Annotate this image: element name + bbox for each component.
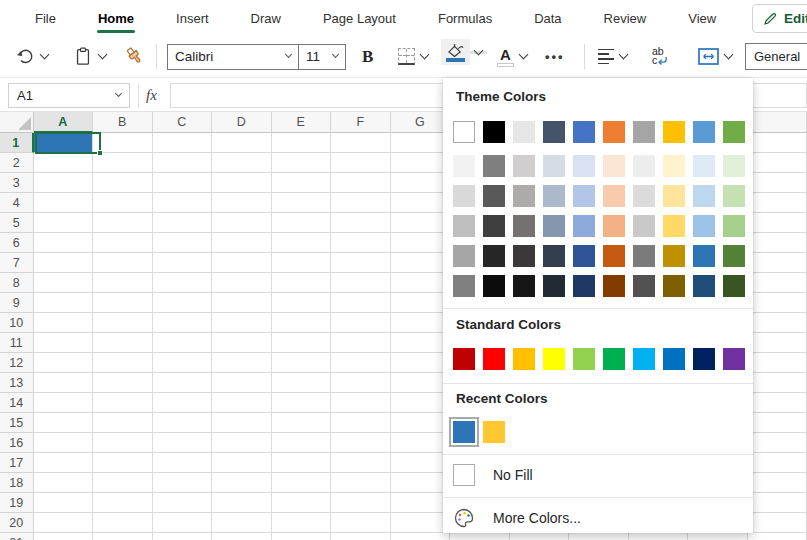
cell-D18[interactable] xyxy=(212,473,272,493)
cell-C10[interactable] xyxy=(153,313,213,333)
cell-C21[interactable] xyxy=(153,533,213,540)
theme-variant-0-4[interactable] xyxy=(573,155,595,177)
cell-B9[interactable] xyxy=(93,293,153,313)
row-header-13[interactable]: 13 xyxy=(0,373,34,393)
cell-C14[interactable] xyxy=(153,393,213,413)
cell-C2[interactable] xyxy=(153,153,213,173)
cell-partial[interactable] xyxy=(748,173,807,193)
theme-variant-2-6[interactable] xyxy=(633,215,655,237)
theme-variant-4-4[interactable] xyxy=(573,275,595,297)
cell-F13[interactable] xyxy=(331,373,391,393)
cell-G13[interactable] xyxy=(391,373,451,393)
cell-F9[interactable] xyxy=(331,293,391,313)
cell-F19[interactable] xyxy=(331,493,391,513)
wrap-text-button[interactable]: ab c xyxy=(652,36,668,77)
menu-tab-file[interactable]: File xyxy=(14,2,77,34)
fill-color-chevron[interactable] xyxy=(474,45,484,55)
cell-E19[interactable] xyxy=(272,493,332,513)
cell-D8[interactable] xyxy=(212,273,272,293)
cell-B1[interactable] xyxy=(93,133,153,153)
theme-variant-1-2[interactable] xyxy=(513,185,535,207)
cell-G20[interactable] xyxy=(391,513,451,533)
cell-C17[interactable] xyxy=(153,453,213,473)
font-size-select[interactable]: 11 xyxy=(298,44,346,70)
cell-D1[interactable] xyxy=(212,133,272,153)
theme-variant-4-1[interactable] xyxy=(483,275,505,297)
cell-partial[interactable] xyxy=(748,433,807,453)
theme-variant-4-8[interactable] xyxy=(693,275,715,297)
row-header-12[interactable]: 12 xyxy=(0,353,34,373)
cell-B11[interactable] xyxy=(93,333,153,353)
cell-partial[interactable] xyxy=(748,273,807,293)
cell-G3[interactable] xyxy=(391,173,451,193)
cell-G21[interactable] xyxy=(391,533,451,540)
theme-color-3[interactable] xyxy=(543,121,565,143)
name-box[interactable]: A1 xyxy=(8,83,130,108)
cell-E20[interactable] xyxy=(272,513,332,533)
cell-B3[interactable] xyxy=(93,173,153,193)
undo-button[interactable] xyxy=(14,36,48,77)
number-format-select[interactable]: General xyxy=(745,43,807,70)
theme-variant-2-1[interactable] xyxy=(483,215,505,237)
cell-partial[interactable] xyxy=(748,333,807,353)
cell-A12[interactable] xyxy=(34,353,94,373)
cell-C5[interactable] xyxy=(153,213,213,233)
theme-variant-3-2[interactable] xyxy=(513,245,535,267)
theme-variant-0-1[interactable] xyxy=(483,155,505,177)
standard-color-6[interactable] xyxy=(633,348,655,370)
cell-C1[interactable] xyxy=(153,133,213,153)
theme-variant-0-0[interactable] xyxy=(453,155,475,177)
font-name-select[interactable]: Calibri xyxy=(167,44,299,70)
row-header-17[interactable]: 17 xyxy=(0,453,34,473)
cell-G6[interactable] xyxy=(391,233,451,253)
theme-color-9[interactable] xyxy=(723,121,745,143)
cell-F16[interactable] xyxy=(331,433,391,453)
theme-color-0[interactable] xyxy=(453,121,475,143)
fill-color-button[interactable] xyxy=(441,36,487,68)
theme-variant-2-8[interactable] xyxy=(693,215,715,237)
cell-A18[interactable] xyxy=(34,473,94,493)
cell-E17[interactable] xyxy=(272,453,332,473)
cell-G5[interactable] xyxy=(391,213,451,233)
cell-C15[interactable] xyxy=(153,413,213,433)
theme-color-1[interactable] xyxy=(483,121,505,143)
theme-variant-0-6[interactable] xyxy=(633,155,655,177)
cell-D20[interactable] xyxy=(212,513,272,533)
column-header-B[interactable]: B xyxy=(93,112,153,133)
standard-color-0[interactable] xyxy=(453,348,475,370)
cell-F4[interactable] xyxy=(331,193,391,213)
cell-A4[interactable] xyxy=(34,193,94,213)
bold-button[interactable]: B xyxy=(362,36,373,77)
theme-variant-1-6[interactable] xyxy=(633,185,655,207)
theme-variant-3-4[interactable] xyxy=(573,245,595,267)
cell-E12[interactable] xyxy=(272,353,332,373)
cell-C6[interactable] xyxy=(153,233,213,253)
cell-E7[interactable] xyxy=(272,253,332,273)
column-header-A[interactable]: A xyxy=(34,112,94,133)
theme-variant-1-3[interactable] xyxy=(543,185,565,207)
cell-E4[interactable] xyxy=(272,193,332,213)
cell-partial[interactable] xyxy=(748,473,807,493)
row-header-11[interactable]: 11 xyxy=(0,333,34,353)
theme-variant-3-9[interactable] xyxy=(723,245,745,267)
cell-E3[interactable] xyxy=(272,173,332,193)
cell-H21[interactable] xyxy=(450,533,510,540)
cell-G18[interactable] xyxy=(391,473,451,493)
menu-tab-home[interactable]: Home xyxy=(77,2,155,34)
row-header-18[interactable]: 18 xyxy=(0,473,34,493)
cell-partial[interactable] xyxy=(748,313,807,333)
column-header-G[interactable]: G xyxy=(391,112,451,133)
cell-G4[interactable] xyxy=(391,193,451,213)
select-all-corner[interactable] xyxy=(0,112,34,133)
theme-variant-1-1[interactable] xyxy=(483,185,505,207)
undo-dropdown-chevron[interactable] xyxy=(40,50,50,60)
cell-G16[interactable] xyxy=(391,433,451,453)
cell-B2[interactable] xyxy=(93,153,153,173)
cell-F2[interactable] xyxy=(331,153,391,173)
cell-partial[interactable] xyxy=(748,413,807,433)
row-header-3[interactable]: 3 xyxy=(0,173,34,193)
cell-G8[interactable] xyxy=(391,273,451,293)
cell-E5[interactable] xyxy=(272,213,332,233)
cell-A3[interactable] xyxy=(34,173,94,193)
cell-D17[interactable] xyxy=(212,453,272,473)
